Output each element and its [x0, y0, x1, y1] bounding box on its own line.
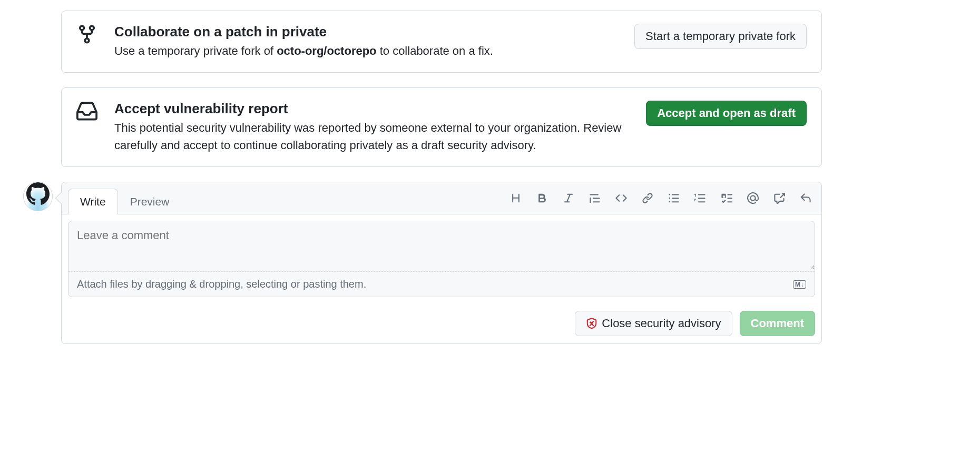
fork-repo-name: octo-org/octorepo: [277, 44, 376, 57]
accept-open-draft-button[interactable]: Accept and open as draft: [646, 101, 807, 126]
accept-card-title: Accept vulnerability report: [114, 101, 633, 117]
close-advisory-label: Close security advisory: [602, 317, 721, 330]
code-icon[interactable]: [614, 191, 629, 205]
close-advisory-button[interactable]: Close security advisory: [575, 311, 732, 336]
comment-composer: Write Preview: [61, 182, 822, 344]
unordered-list-icon[interactable]: [667, 191, 681, 205]
inbox-icon: [76, 101, 102, 122]
comment-submit-button[interactable]: Comment: [740, 311, 815, 336]
tab-write[interactable]: Write: [68, 189, 118, 214]
ordered-list-icon[interactable]: [693, 191, 708, 205]
comment-textarea[interactable]: [68, 221, 815, 270]
fork-card-description: Use a temporary private fork of octo-org…: [114, 42, 622, 60]
link-icon[interactable]: [640, 191, 655, 205]
bold-icon[interactable]: [535, 191, 550, 205]
quote-icon[interactable]: [587, 191, 602, 205]
formatting-toolbar: [506, 187, 815, 210]
repo-forked-icon: [76, 24, 102, 45]
fork-desc-suffix: to collaborate on a fix.: [377, 44, 493, 57]
mention-icon[interactable]: [746, 191, 760, 205]
markdown-icon[interactable]: M↓: [793, 280, 806, 289]
fork-card-title: Collaborate on a patch in private: [114, 24, 622, 40]
attach-hint[interactable]: Attach files by dragging & dropping, sel…: [77, 278, 366, 290]
heading-icon[interactable]: [508, 191, 523, 205]
task-list-icon[interactable]: [719, 191, 734, 205]
accept-card-description: This potential security vulnerability wa…: [114, 119, 633, 154]
tab-preview[interactable]: Preview: [118, 189, 182, 214]
start-private-fork-button[interactable]: Start a temporary private fork: [634, 24, 807, 49]
shield-x-icon: [586, 318, 597, 329]
cross-reference-icon[interactable]: [772, 191, 787, 205]
reply-icon[interactable]: [798, 191, 813, 205]
fork-desc-prefix: Use a temporary private fork of: [114, 44, 277, 57]
avatar: [23, 182, 53, 211]
collaborate-fork-card: Collaborate on a patch in private Use a …: [61, 11, 822, 73]
italic-icon[interactable]: [561, 191, 576, 205]
accept-report-card: Accept vulnerability report This potenti…: [61, 87, 822, 167]
